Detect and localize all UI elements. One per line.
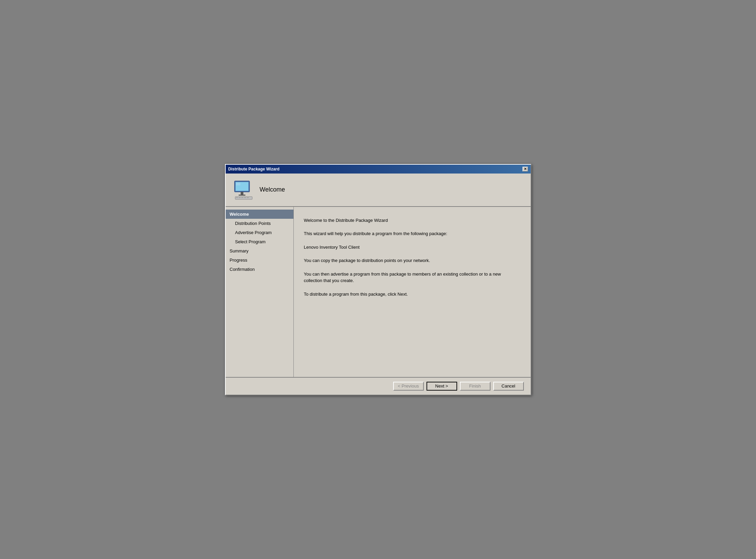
main-para5: You can then advertise a program from th… [304,271,520,284]
title-bar: Distribute Package Wizard ✕ [226,165,531,174]
svg-rect-2 [241,192,243,195]
dialog-window: Distribute Package Wizard ✕ Welcome [225,164,531,395]
finish-button[interactable]: Finish [460,382,490,391]
cancel-button[interactable]: Cancel [493,382,524,391]
sidebar-item-distribution-points[interactable]: Distribution Points [226,219,293,228]
header-title: Welcome [260,186,285,193]
footer-area: < Previous Next > Finish Cancel [226,377,531,395]
previous-button[interactable]: < Previous [393,382,424,391]
window-title: Distribute Package Wizard [228,167,280,171]
svg-rect-8 [244,197,246,198]
main-para2: This wizard will help you distribute a p… [304,230,520,237]
svg-rect-10 [236,183,240,185]
svg-rect-9 [247,197,249,198]
close-button[interactable]: ✕ [522,167,528,171]
sidebar-item-summary[interactable]: Summary [226,246,293,256]
sidebar-item-confirmation[interactable]: Confirmation [226,265,293,274]
main-para4: You can copy the package to distribution… [304,257,520,264]
svg-rect-6 [239,197,241,198]
svg-rect-5 [236,197,238,198]
header-area: Welcome [226,174,531,207]
sidebar-item-welcome[interactable]: Welcome [226,210,293,219]
sidebar: Welcome Distribution Points Advertise Pr… [226,207,294,377]
content-area: Welcome Distribution Points Advertise Pr… [226,207,531,377]
svg-rect-3 [239,195,245,196]
computer-icon [232,179,254,201]
next-button[interactable]: Next > [427,382,457,391]
main-para3: Lenovo Inventory Tool Client [304,244,520,251]
sidebar-item-select-program[interactable]: Select Program [226,237,293,246]
main-para6: To distribute a program from this packag… [304,291,520,298]
sidebar-item-progress[interactable]: Progress [226,256,293,265]
svg-rect-7 [241,197,243,198]
main-para1: Welcome to the Distribute Package Wizard [304,217,520,224]
main-content: Welcome to the Distribute Package Wizard… [294,207,531,377]
sidebar-item-advertise-program[interactable]: Advertise Program [226,228,293,237]
